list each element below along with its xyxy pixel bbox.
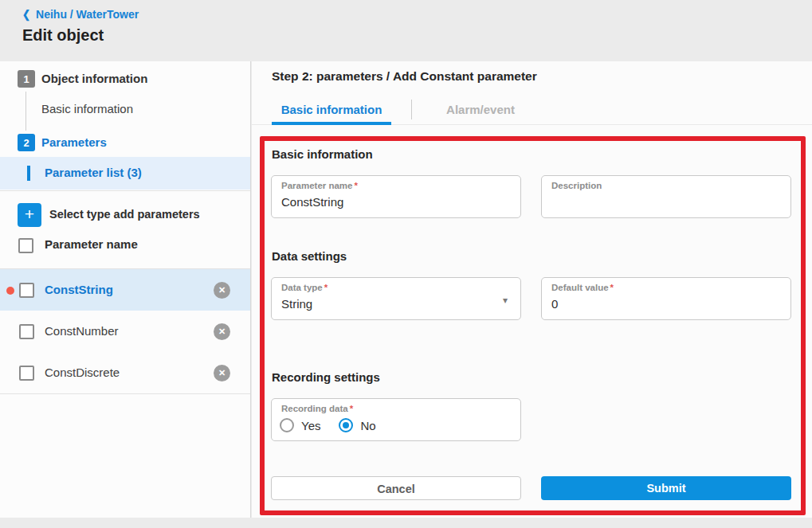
wizard-sidebar: 1 Object information Basic information 2… xyxy=(0,61,251,518)
page-header: ❮ Neihu / WaterTower Edit object xyxy=(0,0,812,61)
parameter-name: ConstDiscrete xyxy=(45,366,120,379)
submit-button[interactable]: Submit xyxy=(541,476,791,500)
default-value-field[interactable]: Default value* 0 xyxy=(541,277,791,320)
app-root: ❮ Neihu / WaterTower Edit object 1 Objec… xyxy=(0,0,812,528)
field-label: Description xyxy=(551,181,602,190)
field-value: ConstString xyxy=(281,195,343,209)
recording-data-field: Recording data* Yes No xyxy=(271,398,521,441)
remove-parameter-icon[interactable]: ✕ xyxy=(214,282,230,299)
parameter-list-header: Parameter name xyxy=(45,237,138,251)
step-connector-line xyxy=(25,92,26,131)
required-marker: * xyxy=(350,404,353,413)
modified-dot-icon xyxy=(6,287,14,295)
step-1-badge: 1 xyxy=(18,70,35,88)
parameter-name: ConstNumber xyxy=(45,324,119,338)
tab-separator xyxy=(411,100,412,119)
section-title-basic: Basic information xyxy=(272,147,373,161)
row-checkbox[interactable] xyxy=(19,366,34,381)
step-title: Step 2: parameters / Add Constant parame… xyxy=(272,69,537,84)
remove-parameter-icon[interactable]: ✕ xyxy=(214,365,230,381)
remove-parameter-icon[interactable]: ✕ xyxy=(214,323,230,340)
parameter-row-conststring[interactable]: ConstString ✕ xyxy=(0,269,250,311)
radio-yes-label[interactable]: Yes xyxy=(301,419,320,432)
sidebar-item-parameter-list[interactable]: Parameter list (3) xyxy=(0,157,250,190)
add-parameter-label: Select type add parameters xyxy=(49,208,200,221)
step-2-label[interactable]: Parameters xyxy=(41,135,107,149)
page-title: Edit object xyxy=(22,26,104,45)
recording-data-radio-group: Yes No xyxy=(280,418,387,432)
tab-basic-information[interactable]: Basic information xyxy=(272,97,391,122)
field-label: Data type* xyxy=(281,283,328,292)
parameter-name: ConstString xyxy=(45,283,113,296)
parameter-name-field[interactable]: Parameter name* ConstString xyxy=(271,175,521,218)
tab-alarm-event[interactable]: Alarm/event xyxy=(413,97,548,122)
active-indicator-bar xyxy=(27,166,30,181)
breadcrumb-label: Neihu / WaterTower xyxy=(36,8,139,21)
required-marker: * xyxy=(355,181,358,190)
breadcrumb[interactable]: ❮ Neihu / WaterTower xyxy=(22,8,139,21)
main-panel: Step 2: parameters / Add Constant parame… xyxy=(252,61,812,518)
caret-down-icon: ▾ xyxy=(503,295,508,306)
row-checkbox[interactable] xyxy=(19,283,34,298)
section-title-recording: Recording settings xyxy=(272,370,380,384)
plus-icon: + xyxy=(25,205,34,223)
row-checkbox[interactable] xyxy=(19,324,34,339)
add-parameter-button[interactable]: + xyxy=(18,203,41,227)
field-label: Recording data* xyxy=(281,404,353,413)
step-2-badge: 2 xyxy=(18,134,35,151)
chevron-left-icon: ❮ xyxy=(22,8,30,21)
required-marker: * xyxy=(610,283,614,292)
radio-yes[interactable] xyxy=(280,418,294,432)
data-type-select[interactable]: Data type* String ▾ xyxy=(271,277,521,320)
description-field[interactable]: Description xyxy=(541,175,791,218)
field-label: Parameter name* xyxy=(281,181,358,190)
parameter-list-label: Parameter list (3) xyxy=(45,166,142,179)
section-title-data: Data settings xyxy=(272,249,347,263)
step-1-label[interactable]: Object information xyxy=(41,72,147,85)
select-all-checkbox[interactable] xyxy=(18,238,33,253)
parameter-row-constdiscrete[interactable]: ConstDiscrete ✕ xyxy=(0,352,250,394)
cancel-button[interactable]: Cancel xyxy=(271,476,521,500)
sidebar-item-basic-information[interactable]: Basic information xyxy=(41,102,133,115)
radio-no[interactable] xyxy=(339,418,353,432)
field-value: String xyxy=(281,297,312,311)
field-label: Default value* xyxy=(551,283,614,292)
required-marker: * xyxy=(324,283,328,292)
parameter-row-constnumber[interactable]: ConstNumber ✕ xyxy=(0,311,250,353)
radio-no-label[interactable]: No xyxy=(360,419,375,432)
divider xyxy=(0,190,250,191)
field-value: 0 xyxy=(551,297,558,311)
